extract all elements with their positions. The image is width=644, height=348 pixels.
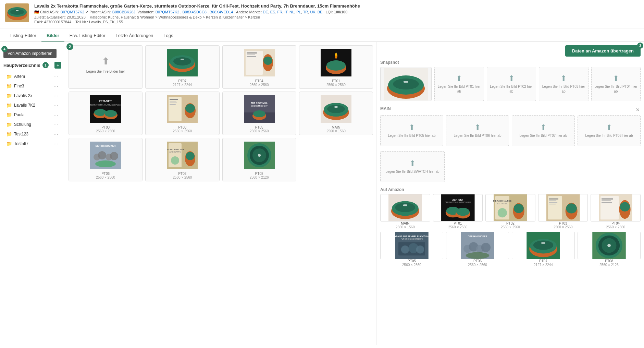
upload-drop-zone[interactable]: ⬆ Legen Sie Ihre Bilder hier xyxy=(71,47,140,82)
sidebar-item-paula[interactable]: 📁Paula ··· xyxy=(3,110,61,119)
variant2-link[interactable]: B08X4SDCC8 xyxy=(183,10,207,14)
svg-point-53 xyxy=(110,152,118,160)
svg-point-46 xyxy=(327,105,345,113)
svg-rect-100 xyxy=(600,196,619,219)
svg-text:DER HINDUCKER: DER HINDUCKER xyxy=(96,145,116,147)
svg-text:2ER-SET: 2ER-SET xyxy=(452,198,463,201)
folder-menu-finc3[interactable]: ··· xyxy=(53,83,59,89)
folder-menu-artem[interactable]: ··· xyxy=(53,74,59,79)
market-nl[interactable]: NL xyxy=(289,10,294,14)
image-thumb-container xyxy=(147,47,217,78)
main-section-close[interactable]: ✕ xyxy=(635,106,641,113)
pt02-drop-text: Legen Sie Ihr Bild PT02 hier ab xyxy=(490,84,533,94)
image-grid: 2 ⬆ Legen Sie Ihre Bilder hier xyxy=(69,45,373,181)
snapshot-pt03-drop[interactable]: ⬆ Legen Sie Ihr Bild PT03 hier ab xyxy=(539,67,589,101)
upload-label: Legen Sie Ihre Bilder hier xyxy=(86,70,125,73)
amazon-pt06-svg: DER HINDUCKER xyxy=(446,232,509,259)
variant1-link[interactable]: B07QMT57K2 xyxy=(156,10,179,14)
folder-icon: 📁 xyxy=(6,83,12,89)
tab-erw-listing-editor[interactable]: Erw. Listing-Editor xyxy=(64,30,111,41)
image-card-pt07[interactable]: PT07 2127 × 2244 xyxy=(145,45,219,89)
folder-menu-test123[interactable]: ··· xyxy=(53,131,59,137)
add-folder-button[interactable]: + xyxy=(54,62,61,69)
sidebar-item-test567[interactable]: 📁Test567 ··· xyxy=(3,139,61,148)
image-card-pt04[interactable]: PT04 2560 × 2560 xyxy=(222,45,296,89)
amazon-img-pt08: PT08 2560 × 2126 xyxy=(578,232,641,267)
market-tr[interactable]: TR xyxy=(303,10,308,14)
child-asin-link[interactable]: B07QMT57K2 xyxy=(60,10,84,14)
image-card-pt05[interactable]: MIT STURMSI- CHEREM DOCHT PT05 2560 × 25… xyxy=(222,92,296,135)
folder-menu-lavalis2x[interactable]: ··· xyxy=(53,93,59,98)
amazon-img-pt02: DIE NACHHALTIGE ALTERNATIVE PT02 2560 × … xyxy=(485,194,535,229)
folder-menu-paula[interactable]: ··· xyxy=(53,112,59,118)
market-be[interactable]: BE xyxy=(318,10,323,14)
svg-text:FÜR EIN IDLEES AMBIENTE: FÜR EIN IDLEES AMBIENTE xyxy=(401,238,423,240)
main-pt08-drop[interactable]: ⬆ Legen Sie Ihr Bild PT08 hier ab xyxy=(578,115,641,146)
snapshot-pt01-drop[interactable]: ⬆ Legen Sie Ihr Bild PT01 hier ab xyxy=(434,67,484,101)
upload-cloud-icon: ⬆ xyxy=(508,74,515,83)
main-section-header: MAIN ✕ xyxy=(380,106,641,113)
market-it[interactable]: IT xyxy=(284,10,287,14)
parent-asin-link[interactable]: B08CBBK28J xyxy=(112,10,135,14)
image-label-pt05: PT05 xyxy=(224,125,294,129)
image-card-pt06[interactable]: DER HINDUCKER PT06 2560 × 2560 xyxy=(69,138,143,181)
amazon-label-pt07: PT07 xyxy=(512,259,575,263)
image-card-pt01[interactable]: PT01 2560 × 2560 xyxy=(299,45,373,89)
tab-listing-editor[interactable]: Listing-Editor xyxy=(5,30,41,41)
image-card-info[interactable]: PT03 2560 × 2560 xyxy=(145,92,219,135)
snapshot-label: Snapshot xyxy=(380,60,641,65)
sidebar-item-schulung[interactable]: 📁Schulung ··· xyxy=(3,120,61,129)
amazon-grid-row1: MAIN 2560 × 1560 2ER-SET TERRAKOTTA-FLAM… xyxy=(380,194,641,229)
folder-icon: 📁 xyxy=(6,93,12,98)
market-pl[interactable]: PL xyxy=(296,10,301,14)
swatch-drop[interactable]: ⬆ Legen Sie Ihr Bild SWATCH hier ab xyxy=(380,151,445,182)
product-meta-row2: Zuletzt aktualisiert: 20.01.2023 Kategor… xyxy=(34,15,639,19)
image-size-pt06: 2560 × 2560 xyxy=(71,176,140,179)
tab-bilder[interactable]: Bilder xyxy=(41,30,64,41)
upload-cloud-icon: ⬆ xyxy=(606,123,612,132)
market-es[interactable]: ES xyxy=(270,10,275,14)
main-pt06-drop[interactable]: ⬆ Legen Sie Ihr Bild PT06 hier ab xyxy=(446,115,509,146)
svg-text:DIE NACHHALTIGE: DIE NACHHALTIGE xyxy=(493,200,512,202)
upload-card[interactable]: 2 ⬆ Legen Sie Ihre Bilder hier xyxy=(69,45,143,89)
main-content: 4 Von Amazon importieren Hauptverzeichni… xyxy=(0,42,644,345)
snapshot-pt02-drop[interactable]: ⬆ Legen Sie Ihr Bild PT02 hier ab xyxy=(487,67,536,101)
variant3-link[interactable]: B08X4VCD14 xyxy=(210,10,233,14)
main-pt07-drop[interactable]: ⬆ Legen Sie Ihr Bild PT07 hier ab xyxy=(512,115,575,146)
main-pt05-drop[interactable]: ⬆ Legen Sie Ihr Bild PT05 hier ab xyxy=(380,115,443,146)
image-thumb-container: DER HINDUCKER xyxy=(71,140,140,171)
text-2er-svg: 2ER-SET TERRAKOTTA-FLAMMSCHALEN xyxy=(90,95,121,123)
snapshot-pt04-drop[interactable]: ⬆ Legen Sie Ihr Bild PT04 hier ab xyxy=(591,67,641,101)
sidebar-item-lavalis2x[interactable]: 📁Lavalis 2x ··· xyxy=(3,91,61,100)
image-card-main[interactable]: MAIN 2560 × 1560 xyxy=(299,92,373,135)
folder-icon: 📁 xyxy=(6,74,12,79)
folder-menu-schulung[interactable]: ··· xyxy=(53,122,59,127)
sidebar-item-artem[interactable]: 📁Artem ··· xyxy=(3,72,61,81)
amazon-size-pt05: 2560 × 2560 xyxy=(380,263,443,267)
outdoor-scene-svg: MIT STURMSI- CHEREM DOCHT xyxy=(244,95,275,123)
sidebar-item-test123[interactable]: 📁Test123 ··· xyxy=(3,130,61,139)
swatch-empty xyxy=(447,151,641,182)
svg-rect-94 xyxy=(549,201,556,201)
svg-point-75 xyxy=(395,203,416,212)
market-de[interactable]: DE xyxy=(263,10,268,14)
amazon-size-pt01: 2560 × 2560 xyxy=(433,225,483,229)
tab-logs[interactable]: Logs xyxy=(158,30,178,41)
folder-menu-lavalis7k2[interactable]: ··· xyxy=(53,103,59,108)
sidebar-item-finc3[interactable]: 📁Finc3 ··· xyxy=(3,82,61,91)
svg-point-61 xyxy=(186,152,195,160)
transfer-button[interactable]: Daten an Amazon übertragen xyxy=(565,45,641,57)
import-button[interactable]: 4 Von Amazon importieren xyxy=(3,49,57,58)
folder-menu-test567[interactable]: ··· xyxy=(53,141,59,146)
image-card-pt08[interactable]: PT08 2560 × 2126 xyxy=(222,138,296,181)
market-uk[interactable]: UK xyxy=(310,10,315,14)
amazon-label-pt02: PT02 xyxy=(485,221,535,225)
image-card-pt03a[interactable]: 2ER-SET TERRAKOTTA-FLAMMSCHALEN PT03 256… xyxy=(69,92,143,135)
market-fr[interactable]: FR xyxy=(277,10,283,14)
amazon-label-pt05: PT05 xyxy=(380,259,443,263)
svg-point-51 xyxy=(98,151,106,159)
tab-letzte-aenderungen[interactable]: Letzte Änderungen xyxy=(110,30,158,41)
image-card-pt02[interactable]: DIE NACHHALTIGE ALTERNATIVE PT02 2560 × … xyxy=(145,138,219,181)
sidebar-item-lavalis7k2[interactable]: 📁Lavalis 7K2 ··· xyxy=(3,101,61,110)
svg-text:MIT STURMSI-: MIT STURMSI- xyxy=(251,102,268,104)
